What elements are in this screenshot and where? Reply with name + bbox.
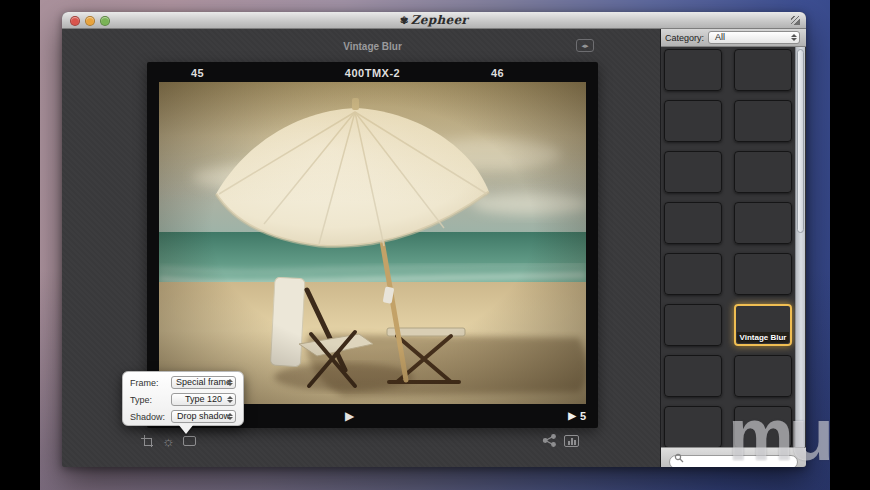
type-label: Type: (130, 395, 167, 405)
frame-option-row: Frame: Special frame (130, 376, 236, 389)
film-stock-label: 400TMX-2 (147, 67, 598, 79)
histogram-icon[interactable] (564, 435, 579, 447)
filter-thumb-sepia-film[interactable] (664, 100, 722, 142)
frame-dropdown[interactable]: Special frame (171, 376, 236, 389)
play-button[interactable]: ▶ (345, 407, 354, 425)
stepper-icon (226, 412, 233, 421)
share-toolbar (542, 434, 579, 447)
search-icon (674, 453, 684, 463)
shadow-dropdown-value: Drop shadow (177, 411, 230, 421)
filter-thumb-tv-set[interactable] (734, 202, 792, 244)
search-input[interactable] (669, 455, 798, 468)
popover-tail (178, 424, 194, 434)
filter-thumb-dark-vintage[interactable] (734, 100, 792, 142)
titlebar[interactable]: ✾Zepheer (62, 12, 806, 29)
shadow-option-row: Shadow: Drop shadow (130, 410, 236, 423)
search-bar (661, 447, 806, 467)
shadow-label: Shadow: (130, 412, 167, 422)
filter-thumb-thermal[interactable] (734, 253, 792, 295)
crop-icon[interactable] (141, 435, 154, 448)
app-title-text: Zepheer (411, 13, 468, 27)
sidebar-scrollbar[interactable] (795, 47, 805, 447)
filter-thumb-washed-out[interactable] (664, 253, 722, 295)
type-dropdown[interactable]: Type 120 (171, 393, 236, 406)
filter-thumb-teal-slide[interactable] (734, 49, 792, 91)
desktop-wallpaper: ✾Zepheer Vintage Blur ◂▸ 45 400TMX-2 46 (0, 0, 870, 490)
filter-thumbnail-grid: Vintage Blur (661, 47, 795, 447)
filter-thumb-cream-frame[interactable] (664, 151, 722, 193)
editor-canvas-area: Vintage Blur ◂▸ 45 400TMX-2 46 (62, 29, 660, 467)
frame-options-popover: Frame: Special frame Type: Type 120 Shad… (122, 371, 244, 426)
filter-thumb-original[interactable] (664, 355, 722, 397)
frame-tool-icon[interactable] (183, 436, 196, 446)
type-option-row: Type: Type 120 (130, 393, 236, 406)
type-dropdown-value: Type 120 (185, 394, 222, 404)
desktop-black-strip-right (830, 0, 870, 490)
stepper-icon (226, 378, 233, 387)
filter-thumb-pink-tint[interactable] (664, 49, 722, 91)
frame-dropdown-value: Special frame (176, 377, 231, 387)
counter-play-icon: ▶ (568, 407, 576, 425)
photo-preview (159, 82, 586, 404)
filters-sidebar: Category: All Vintage Blur (660, 29, 806, 467)
filter-thumb-blue-beach[interactable] (664, 406, 722, 448)
counter-value: 5 (580, 407, 586, 425)
desktop-black-strip-left (0, 0, 40, 490)
adjustments-icon[interactable]: ☼ (162, 434, 175, 448)
beach-photo-illustration (159, 82, 586, 404)
fullscreen-expand-button[interactable]: ◂▸ (576, 39, 594, 52)
category-label: Category: (665, 33, 704, 43)
category-value: All (715, 32, 725, 42)
filter-thumb-faded[interactable] (664, 304, 722, 346)
resize-icon[interactable] (791, 16, 800, 25)
stepper-icon (226, 395, 233, 404)
selected-thumb-label: Vintage Blur (737, 332, 789, 343)
app-logo-icon: ✾ (400, 15, 409, 26)
filter-thumb-green-viewfinder[interactable] (664, 202, 722, 244)
current-filter-title: Vintage Blur (147, 41, 598, 52)
frame-counter[interactable]: ▶ 5 (568, 407, 586, 425)
filter-thumb-neon-edges[interactable] (734, 151, 792, 193)
filter-thumb-vintage-blur-selected[interactable]: Vintage Blur (734, 304, 792, 346)
app-window: ✾Zepheer Vintage Blur ◂▸ 45 400TMX-2 46 (62, 12, 806, 467)
filter-thumb-soft-blur[interactable] (734, 406, 792, 448)
film-frame-number-right: 46 (491, 67, 504, 79)
category-dropdown[interactable]: All (708, 31, 800, 44)
scrollbar-thumb[interactable] (797, 49, 804, 233)
search-field-wrap (669, 451, 798, 465)
frame-label: Frame: (130, 378, 167, 388)
shadow-dropdown[interactable]: Drop shadow (171, 410, 236, 423)
filter-thumb-ripple[interactable] (734, 355, 792, 397)
window-title: ✾Zepheer (62, 13, 806, 27)
category-bar: Category: All (661, 29, 806, 47)
share-icon[interactable] (542, 434, 557, 447)
edit-toolbar: ☼ (141, 433, 196, 449)
stepper-icon (790, 33, 797, 42)
